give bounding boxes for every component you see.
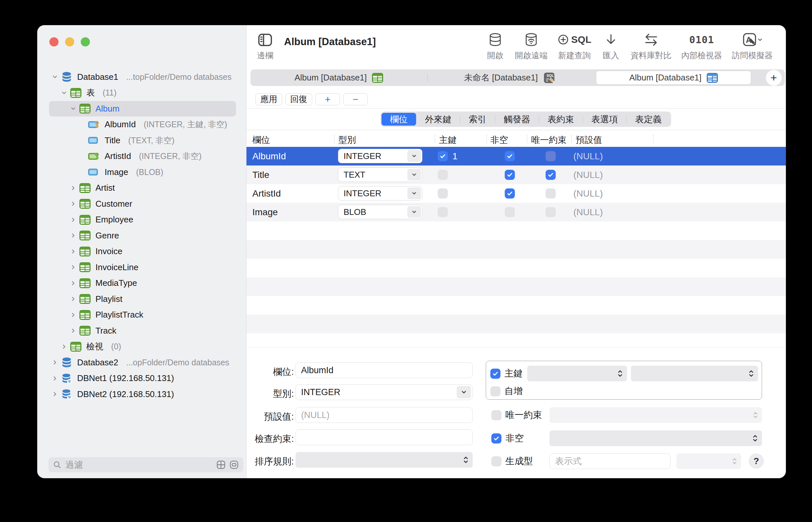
chevron-right-icon[interactable] xyxy=(68,232,79,239)
segment-觸發器[interactable]: 觸發器 xyxy=(495,113,539,126)
chevron-right-icon[interactable] xyxy=(68,327,79,334)
toolbar-button-simulator-access[interactable]: A訪問模擬器 xyxy=(732,30,773,61)
tree-item-mediatype[interactable]: MediaType xyxy=(37,275,245,292)
chevron-down-icon[interactable] xyxy=(50,74,60,80)
chevron-right-icon[interactable] xyxy=(68,200,79,207)
toolbar-button-open-database[interactable]: 開啟 xyxy=(485,30,505,61)
close-button[interactable] xyxy=(49,37,59,46)
tree-item-database1[interactable]: Database1...topFolder/Demo databases xyxy=(37,69,245,85)
unique-checkbox[interactable] xyxy=(546,207,556,217)
primary-key-checkbox[interactable] xyxy=(438,207,448,217)
add-column-button[interactable]: + xyxy=(315,93,340,105)
column-type-dropdown[interactable]: INTEGER xyxy=(338,149,422,163)
notnull-checkbox[interactable] xyxy=(505,170,515,180)
tree-item-artistid[interactable]: ArtistId(INTEGER, 非空) xyxy=(37,148,245,164)
toolbar-button-hex-viewer[interactable]: 0101內部檢視器 xyxy=(681,30,722,61)
unique-checkbox[interactable] xyxy=(546,188,556,199)
chevron-right-icon[interactable] xyxy=(68,264,79,270)
segment-索引[interactable]: 索引 xyxy=(460,113,495,126)
tree-item-customer[interactable]: Customer xyxy=(37,196,245,212)
tree-item-dbnet1-192-168-50-131-[interactable]: DBNet1 (192.168.50.131) xyxy=(37,370,245,387)
tree-item-dbnet2-192-168-50-131-[interactable]: DBNet2 (192.168.50.131) xyxy=(37,386,245,402)
remove-column-button[interactable]: − xyxy=(343,93,368,105)
chevron-right-icon[interactable] xyxy=(50,375,60,382)
segment-表選項[interactable]: 表選項 xyxy=(583,113,626,126)
chevron-right-icon[interactable] xyxy=(50,359,60,366)
pk-conflict-popup[interactable] xyxy=(631,366,758,381)
column-type-dropdown[interactable]: BLOB xyxy=(338,205,422,219)
segment-外來鍵[interactable]: 外來鍵 xyxy=(416,113,460,126)
primary-key-checkbox[interactable] xyxy=(438,188,448,199)
tree-item-playlisttrack[interactable]: PlaylistTrack xyxy=(37,307,245,323)
sidebar-toggle-button[interactable]: 邊欄 xyxy=(254,33,276,61)
tree-item-genre[interactable]: Genre xyxy=(37,228,245,244)
notnull-checkbox[interactable] xyxy=(505,151,515,161)
segment-表約束[interactable]: 表約束 xyxy=(539,113,583,126)
collation-popup[interactable] xyxy=(295,452,473,468)
column-row-Image[interactable]: ImageBLOB(NULL) xyxy=(247,203,786,221)
chevron-right-icon[interactable] xyxy=(68,296,79,302)
pk-order-popup[interactable] xyxy=(527,366,627,381)
generated-type-popup[interactable] xyxy=(676,453,741,469)
tree-item-invoice[interactable]: Invoice xyxy=(37,244,245,260)
help-button[interactable]: ? xyxy=(749,454,764,468)
notnull-checkbox[interactable] xyxy=(491,434,501,443)
minimize-button[interactable] xyxy=(65,37,74,46)
tab-3-active[interactable]: Album [Database1] xyxy=(596,71,751,85)
toolbar-button-new-query[interactable]: SQL新建查詢 xyxy=(557,30,591,61)
unique-checkbox[interactable] xyxy=(546,151,556,161)
notnull-checkbox[interactable] xyxy=(505,207,515,217)
column-row-Title[interactable]: TitleTEXT(NULL) xyxy=(247,165,786,184)
tree-item-employee[interactable]: Employee xyxy=(37,212,245,228)
tab-2[interactable]: 未命名 [Database1]SQL xyxy=(428,69,592,86)
toolbar-button-database-compare[interactable]: 資料庫對比 xyxy=(630,30,671,61)
segment-表定義[interactable]: 表定義 xyxy=(627,113,670,126)
primary-key-checkbox[interactable] xyxy=(490,368,500,379)
tree-item-albumid[interactable]: AlbumId(INTEGER, 主鍵, 非空) xyxy=(37,117,245,133)
tree-item-database2[interactable]: Database2...opFolder/Demo databases xyxy=(37,355,245,370)
chevron-right-icon[interactable] xyxy=(68,248,79,255)
tab-1[interactable]: Album [Database1] xyxy=(250,69,427,86)
panel-view-icon[interactable] xyxy=(229,460,238,469)
check-constraint-input[interactable] xyxy=(295,429,473,445)
chevron-right-icon[interactable] xyxy=(68,312,79,318)
chevron-down-icon[interactable] xyxy=(68,105,79,112)
tree-item-表[interactable]: 表(11) xyxy=(37,85,245,101)
tree-item-image[interactable]: Image(BLOB) xyxy=(37,164,245,180)
tree-item-artist[interactable]: Artist xyxy=(37,180,245,196)
zoom-button[interactable] xyxy=(81,37,90,46)
tree-item-檢視[interactable]: 檢視(0) xyxy=(37,339,245,355)
notnull-conflict-popup[interactable] xyxy=(549,430,762,446)
notnull-checkbox[interactable] xyxy=(505,188,515,199)
expression-input[interactable] xyxy=(549,453,670,469)
apply-button[interactable]: 應用 xyxy=(255,93,282,105)
tree-item-invoiceline[interactable]: InvoiceLine xyxy=(37,259,245,275)
segment-欄位[interactable]: 欄位 xyxy=(381,113,416,126)
unique-checkbox[interactable] xyxy=(491,410,501,420)
chevron-right-icon[interactable] xyxy=(50,391,60,397)
toolbar-button-import[interactable]: 匯入 xyxy=(601,30,621,61)
chevron-right-icon[interactable] xyxy=(59,343,69,350)
field-type-dropdown[interactable]: INTEGER xyxy=(295,384,473,400)
default-value-input[interactable] xyxy=(295,407,473,423)
chevron-right-icon[interactable] xyxy=(68,280,79,286)
column-type-dropdown[interactable]: TEXT xyxy=(338,167,422,182)
primary-key-checkbox[interactable] xyxy=(438,151,448,161)
tree-item-track[interactable]: Track xyxy=(37,323,245,339)
grid-view-icon[interactable] xyxy=(216,460,226,469)
chevron-right-icon[interactable] xyxy=(68,217,79,223)
filter-input[interactable] xyxy=(65,460,212,470)
toolbar-button-open-remote-database[interactable]: 開啟遠端 xyxy=(515,30,547,61)
revert-button[interactable]: 回復 xyxy=(285,93,312,105)
new-tab-button[interactable]: + xyxy=(766,70,782,86)
unique-checkbox[interactable] xyxy=(546,170,556,180)
tree-item-album[interactable]: Album xyxy=(37,101,245,117)
chevron-down-icon[interactable] xyxy=(59,89,69,96)
column-row-ArtistId[interactable]: ArtistIdINTEGER(NULL) xyxy=(247,184,786,203)
field-name-input[interactable] xyxy=(295,362,473,378)
autoincrement-checkbox[interactable] xyxy=(490,386,500,396)
primary-key-checkbox[interactable] xyxy=(438,170,448,180)
generated-checkbox[interactable] xyxy=(491,456,501,466)
column-row-AlbumId[interactable]: AlbumIdINTEGER1(NULL) xyxy=(247,147,786,165)
column-type-dropdown[interactable]: INTEGER xyxy=(338,186,422,200)
